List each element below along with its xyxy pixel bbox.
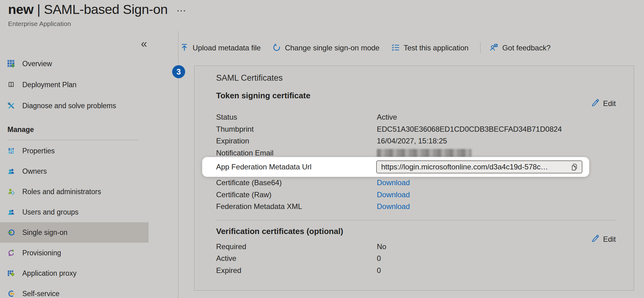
step-badge: 3 (172, 65, 185, 78)
sidebar: « Overview Deployment Plan Diagnose and … (0, 31, 178, 298)
sidebar-item-provisioning[interactable]: Provisioning (0, 243, 178, 263)
key-circle-icon (7, 290, 15, 297)
sidebar-item-users-groups[interactable]: Users and groups (0, 202, 178, 222)
row-label: Certificate (Raw) (216, 190, 377, 199)
toolbar-button-label: Got feedback? (502, 44, 550, 52)
pencil-icon (591, 234, 600, 245)
feedback-person-icon (490, 43, 498, 53)
row-value: 16/04/2027, 15:18:25 (377, 137, 447, 145)
sidebar-item-overview[interactable]: Overview (0, 53, 178, 74)
sidebar-item-owners[interactable]: Owners (0, 161, 178, 181)
edit-label: Edit (603, 99, 616, 108)
row-value: No (377, 242, 386, 251)
sidebar-item-diagnose[interactable]: Diagnose and solve problems (0, 95, 178, 116)
sidebar-divider (7, 140, 139, 140)
row-label: Certificate (Base64) (216, 178, 377, 187)
row-value: 0 (377, 266, 381, 275)
provisioning-sync-icon (7, 249, 15, 257)
sidebar-item-label: Roles and administrators (22, 188, 101, 196)
sidebar-item-label: Deployment Plan (22, 81, 76, 89)
thumbprint-row: Thumbprint EDC51A30E36068ED1CD0CDB3BECFA… (216, 123, 616, 135)
sidebar-item-label: Properties (22, 147, 55, 155)
upload-icon (180, 43, 189, 53)
sidebar-item-label: Owners (22, 167, 47, 176)
row-value: Active (377, 113, 397, 121)
certificate-raw-row: Certificate (Raw) Download (216, 189, 616, 201)
certificate-base64-row: Certificate (Base64) Download (216, 177, 616, 189)
collapse-sidebar-icon[interactable]: « (141, 38, 147, 49)
book-icon (7, 81, 15, 88)
saml-certificates-card: SAML Certificates Token signing certific… (194, 66, 634, 291)
undo-arrow-icon (272, 43, 281, 53)
toolbar-divider (480, 42, 481, 54)
sidebar-item-single-sign-on[interactable]: Single sign-on (0, 222, 149, 243)
toolbar-button-label: Upload metadata file (193, 44, 261, 52)
row-label: Expired (216, 266, 377, 275)
required-row: Required No (216, 241, 616, 253)
app-federation-metadata-url-row: App Federation Metadata Url https://logi… (202, 157, 589, 177)
card-title: SAML Certificates (216, 73, 616, 83)
sidebar-item-label: Overview (22, 60, 52, 68)
blade-title: | SAML-based Sign-on (37, 2, 168, 17)
sidebar-item-label: Diagnose and solve problems (22, 102, 116, 110)
sidebar-item-label: Provisioning (22, 249, 61, 257)
edit-token-certificate-button[interactable]: Edit (591, 98, 616, 109)
row-label: Status (216, 113, 377, 121)
page-header: new | SAML-based Sign-on ··· Enterprise … (8, 2, 186, 28)
token-signing-heading: Token signing certificate (216, 91, 310, 100)
toolbar-button-label: Test this application (404, 44, 468, 52)
row-label: Notification Email (216, 149, 377, 157)
verification-certificates-heading: Verification certificates (optional) (216, 227, 343, 236)
metadata-url-input[interactable]: https://login.microsoftonline.com/d3a4c1… (376, 160, 582, 173)
sliders-icon (7, 147, 15, 155)
app-name: new (8, 2, 33, 17)
role-person-icon (7, 188, 15, 195)
row-label: Active (216, 254, 377, 263)
sidebar-item-label: Single sign-on (22, 228, 67, 237)
expired-row: Expired 0 (216, 265, 616, 277)
edit-verification-certificates-button[interactable]: Edit (591, 234, 616, 245)
row-label: Thumbprint (216, 125, 377, 134)
tools-icon (7, 102, 15, 109)
page-subtitle: Enterprise Application (8, 20, 186, 28)
row-label: Federation Metadata XML (216, 202, 377, 211)
sidebar-section-manage: Manage (7, 126, 178, 135)
expiration-row: Expiration 16/04/2027, 15:18:25 (216, 135, 616, 147)
download-metadata-xml-link[interactable]: Download (377, 202, 410, 211)
row-value: EDC51A30E36068ED1CD0CDB3BECFAD34B71D0824 (377, 125, 562, 134)
app-proxy-icon (7, 270, 15, 277)
sidebar-item-self-service[interactable]: Self-service (0, 283, 178, 298)
overview-grid-icon (7, 60, 15, 67)
people-icon (7, 168, 15, 175)
more-menu-button[interactable]: ··· (177, 6, 186, 15)
page-title: new | SAML-based Sign-on (8, 2, 168, 17)
sidebar-item-label: Application proxy (22, 269, 76, 278)
test-application-button[interactable]: Test this application (391, 43, 468, 53)
status-row: Status Active (216, 111, 616, 123)
people-icon (7, 208, 15, 216)
sso-arrow-icon (7, 229, 15, 236)
download-base64-link[interactable]: Download (377, 178, 410, 187)
pencil-icon (591, 98, 600, 109)
download-raw-link[interactable]: Download (377, 190, 410, 199)
edit-label: Edit (603, 235, 616, 244)
sidebar-item-roles-administrators[interactable]: Roles and administrators (0, 181, 178, 202)
row-value: 0 (377, 254, 381, 263)
section-divider (216, 220, 616, 220)
row-label: App Federation Metadata Url (216, 163, 376, 171)
toolbar-button-label: Change single sign-on mode (285, 44, 380, 52)
checklist-icon (391, 43, 400, 53)
active-row: Active 0 (216, 253, 616, 265)
upload-metadata-button[interactable]: Upload metadata file (180, 43, 261, 53)
sidebar-item-application-proxy[interactable]: Application proxy (0, 263, 178, 283)
row-label: Expiration (216, 137, 377, 145)
redacted-email-value (377, 149, 472, 157)
row-label: Required (216, 242, 377, 251)
sidebar-item-properties[interactable]: Properties (0, 141, 178, 161)
metadata-url-value: https://login.microsoftonline.com/d3a4c1… (381, 163, 568, 171)
sidebar-item-label: Users and groups (22, 208, 79, 216)
got-feedback-button[interactable]: Got feedback? (490, 43, 550, 53)
copy-icon[interactable] (570, 163, 579, 171)
change-sso-mode-button[interactable]: Change single sign-on mode (272, 43, 380, 53)
sidebar-item-deployment-plan[interactable]: Deployment Plan (0, 74, 178, 95)
